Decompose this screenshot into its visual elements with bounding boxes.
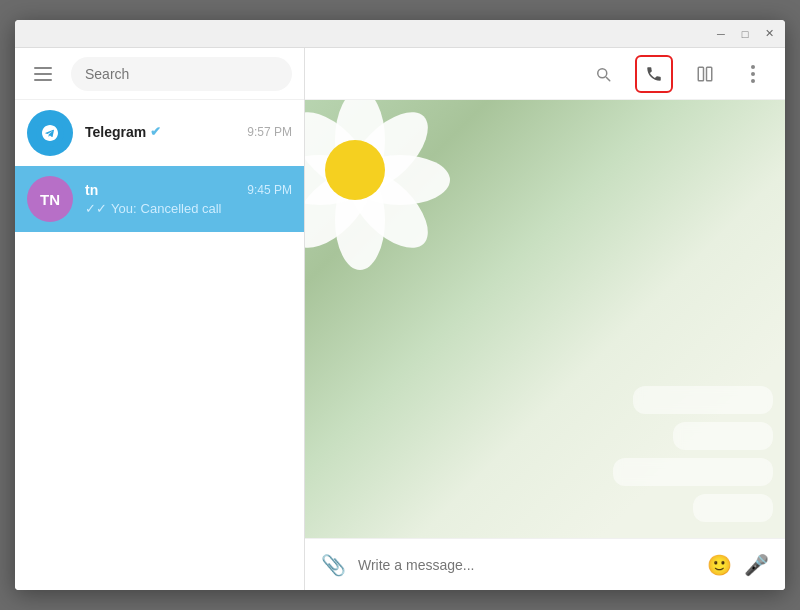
search-box[interactable] — [71, 57, 292, 91]
search-input[interactable] — [85, 66, 278, 82]
emoji-button[interactable]: 🙂 — [707, 553, 732, 577]
double-check-icon: ✓✓ — [85, 201, 107, 216]
preview-text: Cancelled call — [141, 201, 222, 216]
chat-content — [305, 100, 785, 538]
blur-bubble-3 — [613, 458, 773, 486]
layout-toggle-button[interactable] — [689, 58, 721, 90]
sidebar: Telegram ✔ 9:57 PM TN tn 9:4 — [15, 48, 305, 590]
svg-point-3 — [751, 72, 755, 76]
svg-rect-1 — [707, 67, 712, 81]
more-options-button[interactable] — [737, 58, 769, 90]
chat-time-telegram: 9:57 PM — [247, 125, 292, 139]
message-input[interactable] — [358, 557, 695, 573]
chat-name-tn: tn — [85, 182, 98, 198]
search-chat-button[interactable] — [587, 58, 619, 90]
attach-button[interactable]: 📎 — [321, 553, 346, 577]
blur-overlay — [565, 100, 785, 538]
phone-call-button[interactable] — [635, 55, 673, 93]
blur-bubble-2 — [673, 422, 773, 450]
maximize-button[interactable]: □ — [737, 26, 753, 42]
svg-point-2 — [751, 65, 755, 69]
main-content: Telegram ✔ 9:57 PM TN tn 9:4 — [15, 48, 785, 590]
chat-top-telegram: Telegram ✔ 9:57 PM — [85, 124, 292, 140]
blur-bubble-4 — [693, 494, 773, 522]
svg-point-4 — [751, 79, 755, 83]
flower-center — [325, 140, 385, 200]
verified-badge: ✔ — [150, 124, 161, 139]
title-bar: ─ □ ✕ — [15, 20, 785, 48]
minimize-button[interactable]: ─ — [713, 26, 729, 42]
chat-preview-tn: ✓✓ You: Cancelled call — [85, 201, 292, 216]
chat-list: Telegram ✔ 9:57 PM TN tn 9:4 — [15, 100, 304, 590]
blur-bubble-1 — [633, 386, 773, 414]
close-button[interactable]: ✕ — [761, 26, 777, 42]
flower-decoration — [305, 100, 525, 360]
chat-info-tn: tn 9:45 PM ✓✓ You: Cancelled call — [85, 182, 292, 216]
chat-background — [305, 100, 785, 538]
chat-item-telegram[interactable]: Telegram ✔ 9:57 PM — [15, 100, 304, 166]
chat-input-bar: 📎 🙂 🎤 — [305, 538, 785, 590]
chat-name-telegram: Telegram ✔ — [85, 124, 161, 140]
mic-button[interactable]: 🎤 — [744, 553, 769, 577]
menu-line-1 — [34, 67, 52, 69]
menu-line-2 — [34, 73, 52, 75]
menu-line-3 — [34, 79, 52, 81]
chat-header — [305, 48, 785, 100]
chat-top-tn: tn 9:45 PM — [85, 182, 292, 198]
chat-item-tn[interactable]: TN tn 9:45 PM ✓✓ You: Cancelled call — [15, 166, 304, 232]
sidebar-header — [15, 48, 304, 100]
you-prefix: You: — [111, 201, 137, 216]
avatar-tn: TN — [27, 176, 73, 222]
chat-time-tn: 9:45 PM — [247, 183, 292, 197]
avatar-telegram — [27, 110, 73, 156]
chat-info-telegram: Telegram ✔ 9:57 PM — [85, 124, 292, 143]
telegram-icon — [36, 119, 64, 147]
menu-button[interactable] — [27, 58, 59, 90]
chat-area: 📎 🙂 🎤 — [305, 48, 785, 590]
svg-rect-0 — [698, 67, 703, 81]
main-window: ─ □ ✕ — [15, 20, 785, 590]
